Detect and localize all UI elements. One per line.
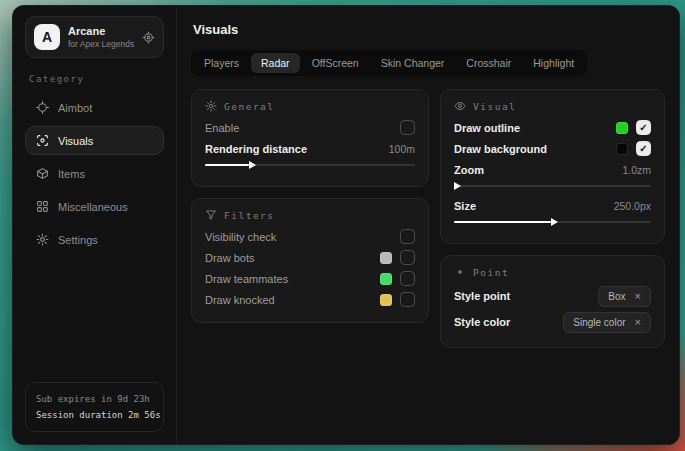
sidebar-item-label: Miscellaneous — [58, 201, 128, 213]
panel-general-header: General — [205, 100, 415, 112]
main-content: Visuals Players Radar OffScreen Skin Cha… — [177, 6, 679, 444]
panel-title: General — [224, 101, 275, 112]
right-column: Visual Draw outline ✓ Draw background — [440, 89, 665, 348]
draw-knocked-label: Draw knocked — [205, 294, 275, 306]
sidebar-item-settings[interactable]: Settings — [25, 225, 164, 254]
panel-filters-header: Filters — [205, 209, 415, 221]
panel-title: Visual — [473, 101, 516, 112]
draw-background-label: Draw background — [454, 143, 547, 155]
draw-outline-checkbox[interactable]: ✓ — [636, 120, 651, 135]
style-point-value: Box — [608, 291, 625, 302]
crosshair-icon — [36, 101, 49, 114]
panel-title: Point — [473, 267, 509, 278]
row-style-point: Style point Box × — [454, 283, 651, 309]
tab-radar[interactable]: Radar — [251, 53, 300, 73]
visibility-check-checkbox[interactable] — [400, 229, 415, 244]
panel-filters: Filters Visibility check Draw bots — [191, 198, 429, 323]
sidebar-item-miscellaneous[interactable]: Miscellaneous — [25, 192, 164, 221]
left-column: General Enable Rendering distance 100m — [191, 89, 429, 323]
slider-fill — [454, 221, 551, 223]
size-label: Size — [454, 200, 476, 212]
sidebar-item-label: Aimbot — [58, 102, 92, 114]
panel-visual: Visual Draw outline ✓ Draw background — [440, 89, 665, 244]
enable-checkbox[interactable] — [400, 120, 415, 135]
panels-area: General Enable Rendering distance 100m — [191, 89, 665, 348]
panel-visual-header: Visual — [454, 100, 651, 112]
box-icon — [36, 167, 49, 180]
subscription-card: Sub expires in 9d 23h Session duration 2… — [25, 382, 164, 432]
draw-background-checkbox[interactable]: ✓ — [636, 141, 651, 156]
tab-offscreen[interactable]: OffScreen — [302, 53, 369, 73]
row-visibility-check: Visibility check — [205, 226, 415, 247]
tab-bar: Players Radar OffScreen Skin Changer Cro… — [191, 50, 587, 76]
slider-fill — [205, 164, 249, 166]
grid-icon — [36, 200, 49, 213]
scan-eye-icon — [36, 134, 49, 147]
draw-bots-color-swatch[interactable] — [380, 252, 392, 264]
rendering-distance-label: Rendering distance — [205, 143, 307, 155]
sidebar-item-label: Settings — [58, 234, 98, 246]
category-label: Category — [29, 74, 160, 84]
style-color-label: Style color — [454, 316, 510, 328]
visibility-check-label: Visibility check — [205, 231, 276, 243]
sidebar-item-aimbot[interactable]: Aimbot — [25, 93, 164, 122]
slider-thumb[interactable] — [249, 161, 256, 169]
style-color-value: Single color — [573, 317, 625, 328]
sidebar: A Arcane for Apex Legends Category — [13, 6, 177, 444]
draw-bots-checkbox[interactable] — [400, 250, 415, 265]
rendering-distance-value: 100m — [389, 143, 415, 155]
row-draw-outline: Draw outline ✓ — [454, 117, 651, 138]
size-value: 250.0px — [614, 200, 651, 212]
row-style-color: Style color Single color × — [454, 309, 651, 335]
slider-thumb[interactable] — [454, 182, 461, 190]
app-title-block: Arcane for Apex Legends — [68, 25, 134, 49]
sidebar-item-items[interactable]: Items — [25, 159, 164, 188]
gear-icon — [36, 233, 49, 246]
style-point-select[interactable]: Box × — [598, 286, 651, 307]
sidebar-item-label: Visuals — [58, 135, 93, 147]
app-window: A Arcane for Apex Legends Category — [12, 5, 680, 445]
row-enable: Enable — [205, 117, 415, 138]
size-slider[interactable] — [454, 217, 651, 227]
draw-background-color-swatch[interactable] — [616, 143, 628, 155]
clear-icon[interactable]: × — [635, 291, 641, 302]
page-title: Visuals — [193, 22, 663, 37]
clear-icon[interactable]: × — [635, 317, 641, 328]
row-size: Size 250.0px — [454, 195, 651, 216]
draw-teammates-color-swatch[interactable] — [380, 273, 392, 285]
panel-point-header: Point — [454, 266, 651, 278]
draw-teammates-checkbox[interactable] — [400, 271, 415, 286]
gear-icon — [205, 100, 217, 112]
row-draw-background: Draw background ✓ — [454, 138, 651, 159]
eye-icon — [454, 100, 466, 112]
check-icon: ✓ — [639, 123, 647, 133]
slider-track — [454, 185, 651, 187]
desktop-background: A Arcane for Apex Legends Category — [0, 0, 685, 451]
zoom-label: Zoom — [454, 164, 484, 176]
row-draw-teammates: Draw teammates — [205, 268, 415, 289]
slider-thumb[interactable] — [551, 218, 558, 226]
sidebar-item-visuals[interactable]: Visuals — [25, 126, 164, 155]
rendering-distance-slider[interactable] — [205, 160, 415, 170]
check-icon: ✓ — [639, 144, 647, 154]
tab-players[interactable]: Players — [194, 53, 249, 73]
tab-crosshair[interactable]: Crosshair — [456, 53, 521, 73]
style-color-select[interactable]: Single color × — [563, 312, 651, 333]
row-draw-bots: Draw bots — [205, 247, 415, 268]
style-point-label: Style point — [454, 290, 510, 302]
sidebar-item-label: Items — [58, 168, 85, 180]
draw-knocked-color-swatch[interactable] — [380, 294, 392, 306]
target-icon[interactable] — [142, 31, 155, 44]
panel-point: Point Style point Box × — [440, 255, 665, 348]
tab-skin-changer[interactable]: Skin Changer — [371, 53, 455, 73]
sub-expires-text: Sub expires in 9d 23h — [36, 391, 153, 407]
draw-knocked-checkbox[interactable] — [400, 292, 415, 307]
panel-general: General Enable Rendering distance 100m — [191, 89, 429, 187]
tab-highlight[interactable]: Highlight — [523, 53, 584, 73]
point-icon — [454, 266, 466, 278]
zoom-slider[interactable] — [454, 181, 651, 191]
panel-title: Filters — [224, 210, 275, 221]
app-logo: A — [34, 24, 60, 50]
row-rendering-distance: Rendering distance 100m — [205, 138, 415, 159]
draw-outline-color-swatch[interactable] — [616, 122, 628, 134]
